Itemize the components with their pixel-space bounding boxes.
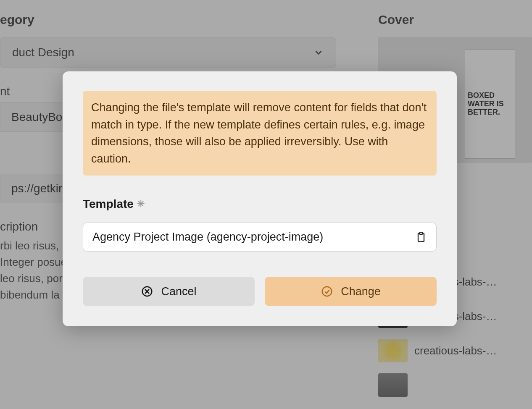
warning-banner: Changing the file's template will remove… bbox=[83, 91, 437, 176]
cancel-icon bbox=[141, 285, 153, 298]
change-template-dialog: Changing the file's template will remove… bbox=[63, 71, 457, 326]
check-icon bbox=[321, 285, 333, 298]
svg-rect-1 bbox=[420, 232, 423, 234]
change-button[interactable]: Change bbox=[265, 277, 437, 306]
template-select-value: Agency Project Image (agency-project-ima… bbox=[92, 231, 323, 244]
template-select[interactable]: Agency Project Image (agency-project-ima… bbox=[83, 223, 437, 252]
clipboard-icon bbox=[415, 231, 427, 243]
required-icon: ✳ bbox=[137, 199, 145, 210]
svg-point-5 bbox=[322, 287, 332, 296]
cancel-button[interactable]: Cancel bbox=[83, 277, 255, 306]
template-field-label: Template ✳ bbox=[83, 197, 437, 211]
